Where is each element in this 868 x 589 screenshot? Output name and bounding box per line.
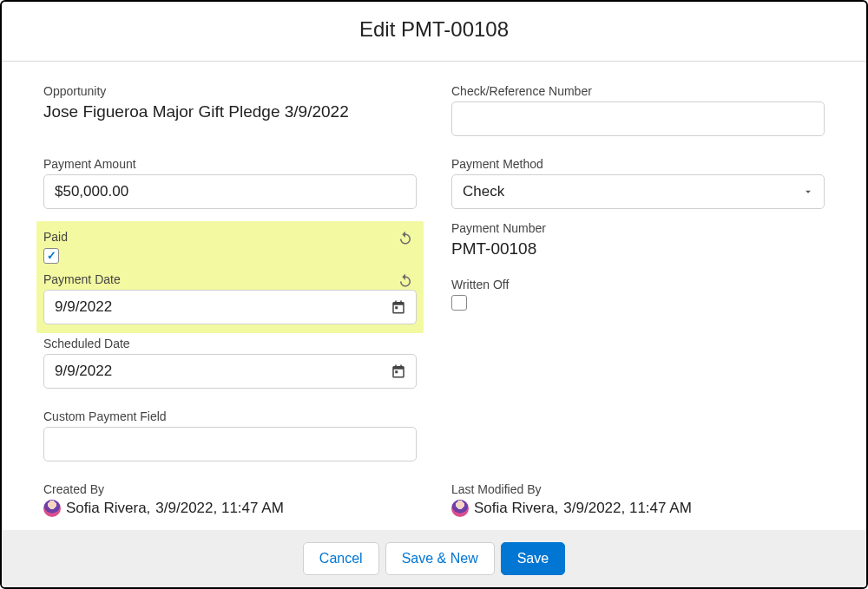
edit-payment-modal: Edit PMT-00108 Opportunity Jose Figueroa…: [0, 0, 868, 589]
scheduled-date-label: Scheduled Date: [43, 337, 417, 350]
last-modified-by-date: 3/9/2022, 11:47 AM: [563, 500, 691, 517]
created-by-date: 3/9/2022, 11:47 AM: [155, 500, 283, 517]
avatar-icon: [451, 500, 469, 517]
written-off-label: Written Off: [451, 278, 825, 291]
undo-icon[interactable]: [398, 230, 413, 245]
last-modified-by-label: Last Modified By: [451, 482, 825, 496]
opportunity-label: Opportunity: [43, 84, 417, 98]
created-by-user: Sofia Rivera: [66, 500, 147, 516]
scheduled-date-input[interactable]: [43, 354, 417, 389]
created-by-value: Sofia Rivera, 3/9/2022, 11:47 AM: [43, 500, 417, 517]
check-reference-label: Check/Reference Number: [451, 84, 825, 98]
last-modified-by-user: Sofia Rivera: [474, 500, 555, 516]
payment-number-label: Payment Number: [451, 221, 825, 235]
cancel-button[interactable]: Cancel: [303, 542, 379, 575]
paid-label: Paid: [43, 230, 417, 244]
modal-footer: Cancel Save & New Save: [2, 530, 866, 587]
written-off-checkbox[interactable]: [451, 295, 467, 311]
payment-date-label: Payment Date: [43, 272, 417, 286]
save-and-new-button[interactable]: Save & New: [385, 542, 495, 575]
payment-method-select[interactable]: [451, 174, 825, 209]
undo-icon[interactable]: [398, 272, 413, 288]
check-reference-input[interactable]: [451, 101, 825, 136]
payment-method-label: Payment Method: [451, 157, 825, 171]
paid-checkbox[interactable]: [43, 248, 59, 264]
payment-amount-label: Payment Amount: [43, 157, 417, 171]
avatar-icon: [43, 500, 61, 517]
custom-payment-field-label: Custom Payment Field: [43, 409, 417, 423]
modal-body: Opportunity Jose Figueroa Major Gift Ple…: [2, 62, 866, 530]
changed-fields-highlight: Paid Payment Date: [36, 221, 424, 333]
payment-amount-input[interactable]: [43, 174, 417, 209]
opportunity-value: Jose Figueroa Major Gift Pledge 3/9/2022: [43, 101, 417, 123]
payment-number-value: PMT-00108: [451, 239, 825, 260]
save-button[interactable]: Save: [501, 542, 565, 575]
payment-date-input[interactable]: [43, 290, 417, 324]
custom-payment-field-input[interactable]: [43, 427, 417, 461]
last-modified-by-value: Sofia Rivera, 3/9/2022, 11:47 AM: [451, 500, 825, 517]
modal-title: Edit PMT-00108: [2, 17, 866, 42]
created-by-label: Created By: [43, 482, 417, 496]
modal-header: Edit PMT-00108: [2, 2, 866, 62]
